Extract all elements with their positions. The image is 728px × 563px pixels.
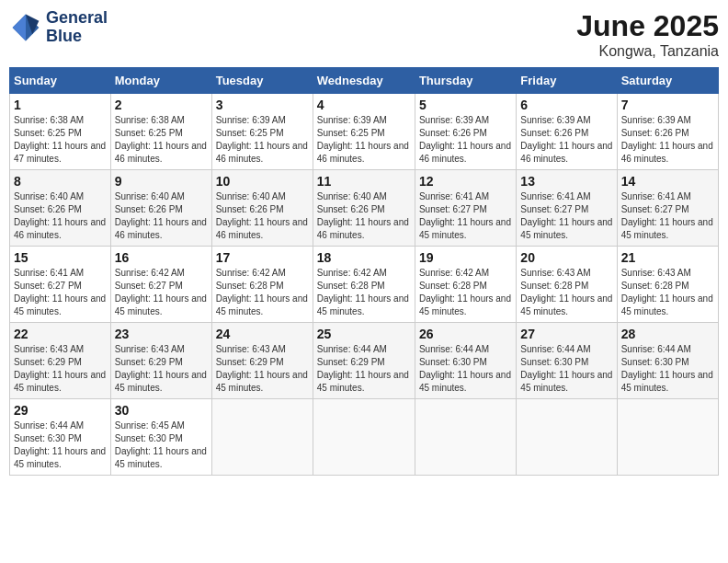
day-number: 17: [216, 250, 309, 265]
sunset-label: Sunset: 6:29 PM: [317, 357, 385, 367]
svg-marker-2: [13, 14, 26, 40]
sunset-label: Sunset: 6:25 PM: [317, 128, 385, 138]
day-number: 4: [317, 98, 411, 112]
day-number: 24: [216, 327, 309, 341]
day-info: Sunrise: 6:41 AM Sunset: 6:27 PM Dayligh…: [14, 267, 107, 318]
calendar-cell: 3 Sunrise: 6:39 AM Sunset: 6:25 PM Dayli…: [211, 94, 313, 170]
sunrise-label: Sunrise: 6:41 AM: [14, 268, 84, 278]
day-info: Sunrise: 6:40 AM Sunset: 6:26 PM Dayligh…: [317, 190, 411, 242]
calendar-week-row: 1 Sunrise: 6:38 AM Sunset: 6:25 PM Dayli…: [10, 94, 719, 170]
sunrise-label: Sunrise: 6:40 AM: [216, 191, 286, 201]
sunrise-label: Sunrise: 6:40 AM: [115, 191, 185, 201]
col-friday: Friday: [517, 68, 617, 94]
calendar-cell: 15 Sunrise: 6:41 AM Sunset: 6:27 PM Dayl…: [10, 247, 111, 323]
sunrise-label: Sunrise: 6:43 AM: [14, 344, 84, 354]
day-info: Sunrise: 6:39 AM Sunset: 6:25 PM Dayligh…: [216, 114, 309, 166]
calendar-cell: 29 Sunrise: 6:44 AM Sunset: 6:30 PM Dayl…: [10, 399, 111, 476]
day-info: Sunrise: 6:39 AM Sunset: 6:26 PM Dayligh…: [621, 114, 714, 166]
day-info: Sunrise: 6:45 AM Sunset: 6:30 PM Dayligh…: [115, 419, 208, 471]
sunset-label: Sunset: 6:26 PM: [520, 128, 588, 138]
sunrise-label: Sunrise: 6:39 AM: [621, 115, 691, 125]
sunrise-label: Sunrise: 6:44 AM: [621, 344, 691, 354]
calendar-cell: 14 Sunrise: 6:41 AM Sunset: 6:27 PM Dayl…: [617, 170, 718, 247]
day-info: Sunrise: 6:40 AM Sunset: 6:26 PM Dayligh…: [115, 190, 208, 242]
calendar-cell: 10 Sunrise: 6:40 AM Sunset: 6:26 PM Dayl…: [211, 170, 313, 247]
sunrise-label: Sunrise: 6:38 AM: [115, 115, 185, 125]
daylight-label: Daylight: 11 hours and 46 minutes.: [115, 217, 207, 240]
calendar-cell: 2 Sunrise: 6:38 AM Sunset: 6:25 PM Dayli…: [110, 94, 211, 170]
daylight-label: Daylight: 11 hours and 46 minutes.: [621, 141, 713, 164]
sunset-label: Sunset: 6:25 PM: [216, 128, 284, 138]
sunset-label: Sunset: 6:25 PM: [14, 128, 82, 138]
col-thursday: Thursday: [415, 68, 516, 94]
day-number: 23: [115, 327, 208, 341]
sunrise-label: Sunrise: 6:41 AM: [621, 191, 691, 201]
day-info: Sunrise: 6:38 AM Sunset: 6:25 PM Dayligh…: [14, 114, 107, 166]
calendar-cell: [211, 399, 313, 476]
day-number: 2: [115, 98, 208, 112]
col-wednesday: Wednesday: [313, 68, 415, 94]
calendar-cell: 17 Sunrise: 6:42 AM Sunset: 6:28 PM Dayl…: [211, 247, 313, 323]
day-info: Sunrise: 6:38 AM Sunset: 6:25 PM Dayligh…: [115, 114, 208, 166]
sunrise-label: Sunrise: 6:43 AM: [621, 268, 691, 278]
day-number: 1: [14, 98, 107, 112]
calendar-cell: 26 Sunrise: 6:44 AM Sunset: 6:30 PM Dayl…: [415, 323, 516, 399]
calendar-table: Sunday Monday Tuesday Wednesday Thursday…: [9, 67, 719, 476]
sunset-label: Sunset: 6:28 PM: [520, 281, 588, 291]
sunset-label: Sunset: 6:30 PM: [115, 433, 183, 443]
day-info: Sunrise: 6:43 AM Sunset: 6:28 PM Dayligh…: [621, 267, 714, 318]
daylight-label: Daylight: 11 hours and 45 minutes.: [14, 446, 106, 469]
sunrise-label: Sunrise: 6:38 AM: [14, 115, 84, 125]
day-number: 20: [520, 250, 612, 265]
daylight-label: Daylight: 11 hours and 45 minutes.: [216, 370, 308, 393]
day-info: Sunrise: 6:40 AM Sunset: 6:26 PM Dayligh…: [216, 190, 309, 242]
day-info: Sunrise: 6:39 AM Sunset: 6:26 PM Dayligh…: [419, 114, 512, 166]
day-number: 21: [621, 250, 714, 265]
day-info: Sunrise: 6:41 AM Sunset: 6:27 PM Dayligh…: [621, 190, 714, 242]
logo: General Blue: [9, 9, 108, 46]
day-number: 10: [216, 174, 309, 189]
day-info: Sunrise: 6:43 AM Sunset: 6:29 PM Dayligh…: [216, 343, 309, 395]
calendar-cell: 1 Sunrise: 6:38 AM Sunset: 6:25 PM Dayli…: [10, 94, 111, 170]
day-number: 16: [115, 250, 208, 265]
calendar-cell: 13 Sunrise: 6:41 AM Sunset: 6:27 PM Dayl…: [517, 170, 617, 247]
sunset-label: Sunset: 6:27 PM: [115, 281, 183, 291]
daylight-label: Daylight: 11 hours and 45 minutes.: [520, 217, 612, 240]
calendar-cell: 27 Sunrise: 6:44 AM Sunset: 6:30 PM Dayl…: [517, 323, 617, 399]
daylight-label: Daylight: 11 hours and 46 minutes.: [216, 217, 308, 240]
day-info: Sunrise: 6:39 AM Sunset: 6:26 PM Dayligh…: [520, 114, 612, 166]
daylight-label: Daylight: 11 hours and 45 minutes.: [115, 293, 207, 316]
sunrise-label: Sunrise: 6:44 AM: [14, 420, 84, 431]
daylight-label: Daylight: 11 hours and 46 minutes.: [317, 141, 409, 164]
daylight-label: Daylight: 11 hours and 46 minutes.: [14, 217, 106, 240]
daylight-label: Daylight: 11 hours and 46 minutes.: [317, 217, 409, 240]
calendar-cell: 23 Sunrise: 6:43 AM Sunset: 6:29 PM Dayl…: [110, 323, 211, 399]
sunset-label: Sunset: 6:26 PM: [317, 204, 385, 214]
logo-icon: [9, 11, 42, 44]
col-monday: Monday: [110, 68, 211, 94]
calendar-cell: 6 Sunrise: 6:39 AM Sunset: 6:26 PM Dayli…: [517, 94, 617, 170]
sunset-label: Sunset: 6:28 PM: [216, 281, 284, 291]
sunset-label: Sunset: 6:27 PM: [14, 281, 82, 291]
sunrise-label: Sunrise: 6:45 AM: [115, 420, 185, 431]
calendar-week-row: 22 Sunrise: 6:43 AM Sunset: 6:29 PM Dayl…: [10, 323, 719, 399]
daylight-label: Daylight: 11 hours and 45 minutes.: [520, 370, 612, 393]
sunset-label: Sunset: 6:30 PM: [419, 357, 487, 367]
day-number: 5: [419, 98, 512, 112]
day-info: Sunrise: 6:43 AM Sunset: 6:28 PM Dayligh…: [520, 267, 612, 318]
page-header: General Blue June 2025 Kongwa, Tanzania: [9, 9, 719, 60]
sunset-label: Sunset: 6:28 PM: [419, 281, 487, 291]
calendar-cell: 30 Sunrise: 6:45 AM Sunset: 6:30 PM Dayl…: [110, 399, 211, 476]
daylight-label: Daylight: 11 hours and 45 minutes.: [14, 370, 106, 393]
calendar-cell: 18 Sunrise: 6:42 AM Sunset: 6:28 PM Dayl…: [313, 247, 415, 323]
daylight-label: Daylight: 11 hours and 46 minutes.: [419, 141, 511, 164]
calendar-cell: 25 Sunrise: 6:44 AM Sunset: 6:29 PM Dayl…: [313, 323, 415, 399]
daylight-label: Daylight: 11 hours and 45 minutes.: [14, 293, 106, 316]
calendar-cell: 22 Sunrise: 6:43 AM Sunset: 6:29 PM Dayl…: [10, 323, 111, 399]
logo-line2: Blue: [46, 28, 108, 46]
day-number: 25: [317, 327, 411, 341]
day-number: 19: [419, 250, 512, 265]
sunrise-label: Sunrise: 6:43 AM: [520, 268, 590, 278]
sunrise-label: Sunrise: 6:39 AM: [216, 115, 286, 125]
daylight-label: Daylight: 11 hours and 45 minutes.: [317, 293, 409, 316]
